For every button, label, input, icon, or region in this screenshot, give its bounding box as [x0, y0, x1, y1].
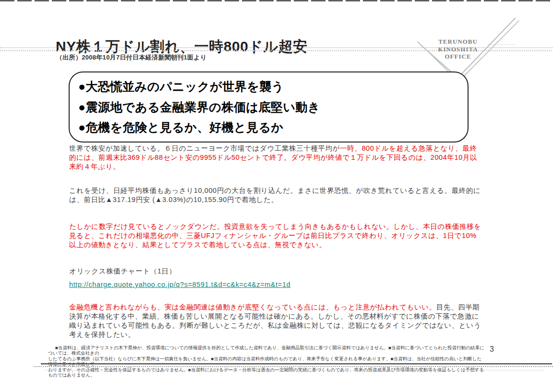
highlight-box: ●大恐慌並みのパニックが世界を襲う ●震源地である金融業界の株価は底堅い動き ●…	[69, 71, 469, 143]
kinoshita-office-logo: TERUNOBU KINOSHITA OFFICE	[430, 38, 486, 60]
disclaimer: ■当資料は、経済アナリストの木下晃伸が、投資環境についての情報提供を目的として作…	[48, 345, 486, 378]
bottom-divider-gray	[34, 366, 553, 367]
logo-text-line: TERUNOBU	[430, 38, 486, 46]
page-number: 3	[490, 345, 494, 354]
link-row: http://charge.quote.yahoo.co.jp/q?s=8591…	[69, 280, 483, 289]
bottom-divider-light	[45, 370, 544, 370]
logo-text-line: OFFICE	[430, 53, 486, 60]
orix-chart-link[interactable]: http://charge.quote.yahoo.co.jp/q?s=8591…	[69, 281, 290, 288]
disclaimer-line: したてるのぶ事務所（以下当社）ならびに木下晃伸は一切責任を負いません。■当資料の…	[48, 356, 486, 367]
bullet-line-financial: ●震源地である金融業界の株価は底堅い動き	[78, 99, 463, 115]
paragraph-knockdown: たしかに数字だけ見ているとノックダウンだ。投資意欲を失ってしまう向きもあるかもし…	[69, 222, 483, 249]
logo-text-line: KINOSHITA	[430, 46, 486, 53]
bullet-line-crisis: ●危機を危険と見るか、好機と見るか	[78, 119, 463, 135]
p5-red-text: 金融危機と言われながらも、実は金融関連は値動きが底堅くなっている点には、もっと注…	[69, 303, 436, 311]
source-citation: （出所）2008年10月7日付日本経済新聞朝刊1面より	[56, 53, 207, 62]
paragraph-nikkei: これを受け、日経平均株価もあっさり10,000円の大台を割り込んだ。まさに世界恐…	[69, 186, 483, 204]
top-dashed-border	[0, 0, 553, 1]
bottom-divider-dark	[41, 363, 552, 365]
paragraph-dow-crash: 世界で株安が加速している。６日のニューヨーク市場ではダウ工業株三十種平均が一時、…	[69, 144, 483, 171]
disclaimer-line: ■当資料は、経済アナリストの木下晃伸が、投資環境についての情報提供を目的として作…	[48, 345, 486, 356]
chart-caption: オリックス株価チャート（1日）	[69, 267, 483, 276]
bullet-line-panic: ●大恐慌並みのパニックが世界を襲う	[78, 79, 463, 95]
paragraph-conclusion: 金融危機と言われながらも、実は金融関連は値動きが底堅くなっている点には、もっと注…	[69, 303, 483, 339]
p1-black-text: 世界で株安が加速している。６日のニューヨーク市場ではダウ工業株三十種平均が	[69, 144, 340, 152]
disclaimer-line: おりますが、その正確性・完全性を保証するものではありません。■当資料におけるデー…	[48, 367, 486, 378]
